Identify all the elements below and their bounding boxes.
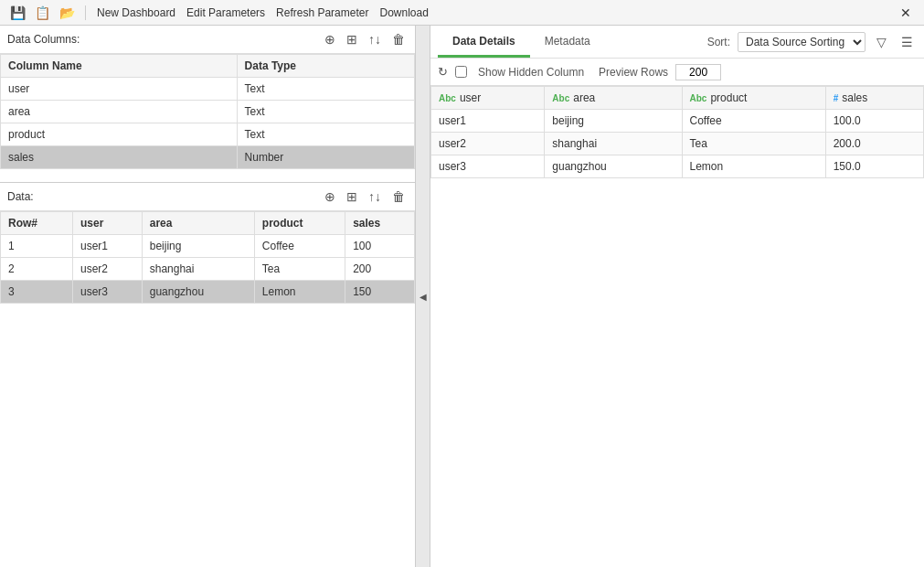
grid-sales: 200.0 (825, 133, 923, 155)
table-row[interactable]: salesNumber (1, 146, 415, 169)
new-dashboard-button[interactable]: New Dashboard (93, 5, 179, 21)
row-product: Coffee (254, 235, 345, 258)
col-type-cell: Text (237, 101, 414, 123)
data-sort-button[interactable]: ↑↓ (366, 188, 384, 205)
row-area: shanghai (142, 258, 254, 281)
data-label: Data: (7, 190, 34, 203)
data-grid-wrap: AbcuserAbcareaAbcproduct#sales user1 bei… (430, 86, 924, 567)
show-hidden-checkbox[interactable] (455, 66, 467, 78)
row-product: Tea (254, 258, 345, 281)
col-type-cell: Text (237, 78, 414, 101)
grid-col-product[interactable]: Abcproduct (682, 87, 825, 110)
data-table-wrap: Row# user area product sales 1 user1 bei… (0, 211, 415, 567)
data-section-header: Data: ⊕ ⊞ ↑↓ 🗑 (0, 183, 415, 211)
col-header-type: Data Type (237, 55, 414, 78)
row-sales: 100 (345, 235, 415, 258)
save-as-icon[interactable]: 📋 (32, 5, 53, 21)
sort-select[interactable]: Data Source Sorting Ascending Descending (738, 32, 866, 52)
type-badge: Abc (552, 93, 569, 103)
table-row[interactable]: productText (1, 123, 415, 146)
close-button[interactable]: ✕ (895, 4, 917, 22)
grid-user: user3 (431, 155, 545, 178)
columns-label: Data Columns: (7, 33, 80, 46)
row-user: user3 (72, 281, 142, 304)
grid-col-sales[interactable]: #sales (825, 87, 923, 110)
tab-metadata[interactable]: Metadata (530, 27, 605, 58)
row-num: 1 (1, 235, 73, 258)
col-name-cell: area (1, 101, 238, 123)
data-grid: AbcuserAbcareaAbcproduct#sales user1 bei… (430, 86, 924, 178)
table-row[interactable]: 1 user1 beijing Coffee 100 (1, 235, 415, 258)
row-num: 2 (1, 258, 73, 281)
row-user: user2 (72, 258, 142, 281)
download-button[interactable]: Download (376, 5, 431, 21)
grid-product: Coffee (682, 110, 825, 133)
grid-area: beijing (545, 110, 682, 133)
row-sales: 150 (345, 281, 415, 304)
columns-section: Data Columns: ⊕ ⊞ ↑↓ 🗑 Column Name Data … (0, 26, 415, 183)
row-area: guangzhou (142, 281, 254, 304)
table-row[interactable]: 3 user3 guangzhou Lemon 150 (1, 281, 415, 304)
data-col-sales: sales (345, 212, 415, 235)
tabs-bar: Data Details Metadata Sort: Data Source … (430, 26, 924, 59)
data-table: Row# user area product sales 1 user1 bei… (0, 211, 415, 304)
row-user: user1 (72, 235, 142, 258)
col-header-name: Column Name (1, 55, 238, 78)
right-content: ↻ Show Hidden Column Preview Rows 200 Ab… (430, 59, 924, 567)
grid-sales: 150.0 (825, 155, 923, 178)
preview-rows-label: Preview Rows (599, 66, 668, 79)
columns-menu-button[interactable]: ☰ (897, 33, 917, 51)
refresh-icon[interactable]: ↻ (438, 65, 448, 79)
grid-area: guangzhou (545, 155, 682, 178)
data-col-product: product (254, 212, 345, 235)
grid-user: user2 (431, 133, 545, 155)
grid-product: Tea (682, 133, 825, 155)
right-panel: Data Details Metadata Sort: Data Source … (430, 26, 924, 567)
column-grid-button[interactable]: ⊞ (344, 31, 360, 48)
data-grid-button[interactable]: ⊞ (344, 188, 360, 205)
add-column-button[interactable]: ⊕ (322, 31, 338, 48)
sort-label: Sort: (707, 36, 730, 48)
sort-asc-button[interactable]: ↑↓ (366, 31, 384, 48)
data-icons: ⊕ ⊞ ↑↓ 🗑 (322, 188, 408, 205)
show-hidden-label: Show Hidden Column (478, 66, 584, 79)
row-product: Lemon (254, 281, 345, 304)
add-row-button[interactable]: ⊕ (322, 188, 338, 205)
type-badge: Abc (690, 93, 707, 103)
columns-section-header: Data Columns: ⊕ ⊞ ↑↓ 🗑 (0, 26, 415, 54)
left-panel: Data Columns: ⊕ ⊞ ↑↓ 🗑 Column Name Data … (0, 26, 416, 567)
preview-rows-input[interactable]: 200 (675, 64, 721, 80)
grid-product: Lemon (682, 155, 825, 178)
table-row[interactable]: areaText (1, 101, 415, 123)
grid-row[interactable]: user2 shanghai Tea 200.0 (431, 133, 924, 155)
save-icon[interactable]: 💾 (7, 5, 28, 21)
row-sales: 200 (345, 258, 415, 281)
columns-table-wrap: Column Name Data Type userTextareaTextpr… (0, 54, 415, 182)
grid-row[interactable]: user3 guangzhou Lemon 150.0 (431, 155, 924, 178)
grid-col-user[interactable]: Abcuser (431, 87, 545, 110)
type-badge: Abc (439, 93, 456, 103)
grid-row[interactable]: user1 beijing Coffee 100.0 (431, 110, 924, 133)
col-name-cell: product (1, 123, 238, 146)
col-type-cell: Number (237, 146, 414, 169)
delete-row-button[interactable]: 🗑 (389, 188, 408, 205)
titlebar-separator (85, 5, 86, 20)
filter-button[interactable]: ▽ (873, 33, 890, 51)
tabs-right: Sort: Data Source Sorting Ascending Desc… (707, 32, 917, 52)
titlebar-icons: 💾 📋 📂 (7, 5, 78, 21)
main-layout: Data Columns: ⊕ ⊞ ↑↓ 🗑 Column Name Data … (0, 26, 924, 567)
col-type-cell: Text (237, 123, 414, 146)
grid-col-area[interactable]: Abcarea (545, 87, 682, 110)
col-name-cell: sales (1, 146, 238, 169)
titlebar: 💾 📋 📂 New Dashboard Edit Parameters Refr… (0, 0, 924, 26)
refresh-parameter-button[interactable]: Refresh Parameter (272, 5, 372, 21)
table-row[interactable]: userText (1, 78, 415, 101)
table-row[interactable]: 2 user2 shanghai Tea 200 (1, 258, 415, 281)
tab-data-details[interactable]: Data Details (438, 27, 530, 58)
delete-column-button[interactable]: 🗑 (389, 31, 408, 48)
columns-table: Column Name Data Type userTextareaTextpr… (0, 54, 415, 169)
edit-parameters-button[interactable]: Edit Parameters (183, 5, 269, 21)
collapse-button[interactable]: ◀ (416, 26, 430, 567)
open-icon[interactable]: 📂 (57, 5, 78, 21)
row-num: 3 (1, 281, 73, 304)
